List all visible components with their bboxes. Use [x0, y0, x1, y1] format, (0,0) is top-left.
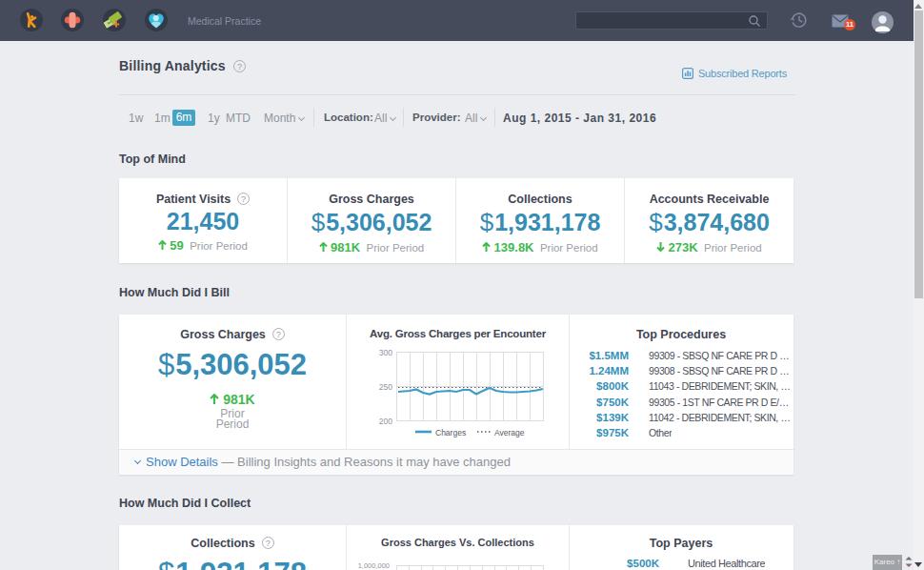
svg-text:1,000,000: 1,000,000: [358, 561, 390, 570]
svg-text:300: 300: [379, 348, 392, 357]
svg-text:Average: Average: [494, 428, 525, 438]
svg-text:Charges: Charges: [435, 428, 466, 438]
svg-text:200: 200: [379, 417, 392, 426]
svg-text:250: 250: [379, 382, 392, 392]
